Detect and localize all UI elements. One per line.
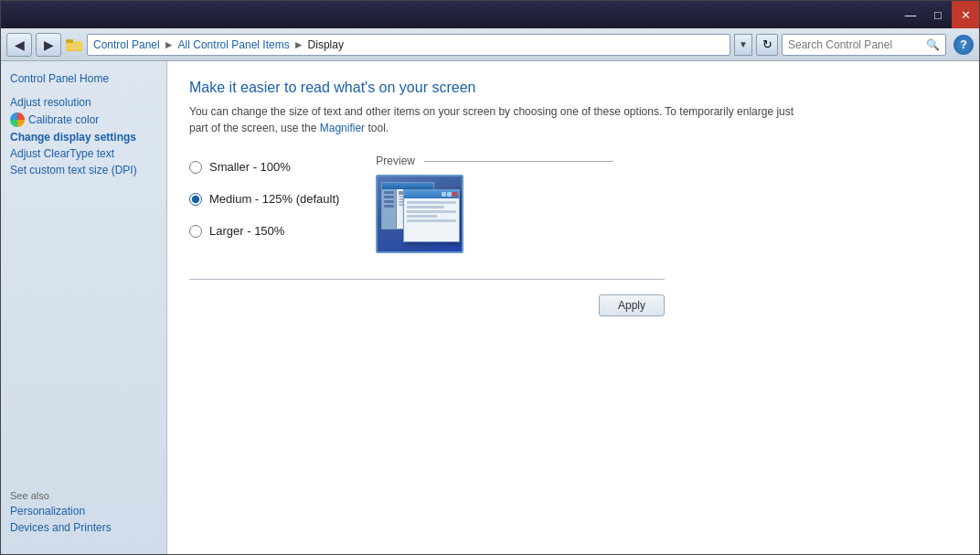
option-smaller[interactable]: Smaller - 100% — [189, 160, 339, 174]
option-larger[interactable]: Larger - 150% — [189, 224, 339, 238]
apply-button[interactable]: Apply — [599, 294, 665, 316]
label-medium: Medium - 125% (default) — [209, 192, 339, 206]
sidebar-link-cleartype[interactable]: Adjust ClearType text — [10, 145, 157, 162]
title-bar: — □ ✕ — [1, 1, 979, 28]
preview-large-win — [403, 189, 460, 242]
options-row: Smaller - 100% Medium - 125% (default) L… — [189, 155, 957, 257]
preview-image — [376, 175, 467, 257]
apply-row: Apply — [189, 294, 665, 316]
page-description: You can change the size of text and othe… — [189, 103, 811, 136]
radio-medium[interactable] — [189, 193, 202, 206]
sidebar-section-see-also: Personalization Devices and Printers — [1, 503, 166, 545]
back-button[interactable]: ◀ — [6, 33, 32, 57]
sidebar-section-nav: Control Panel Home Adjust resolution Cal… — [1, 70, 166, 187]
breadcrumb-current: Display — [308, 38, 344, 51]
sidebar-link-personalization[interactable]: Personalization — [10, 503, 157, 519]
radio-smaller[interactable] — [189, 161, 202, 174]
address-bar: ◀ ▶ Control Panel ► All Control Panel It… — [1, 28, 979, 61]
see-also-label: See also — [1, 486, 166, 503]
close-button[interactable]: ✕ — [952, 1, 979, 28]
main-area: Control Panel Home Adjust resolution Cal… — [1, 61, 979, 554]
main-window: — □ ✕ ◀ ▶ Control Panel ► All Control Pa… — [0, 0, 980, 555]
search-box: 🔍 — [782, 34, 946, 56]
title-bar-buttons: — □ ✕ — [897, 1, 979, 28]
content-panel: Make it easier to read what's on your sc… — [167, 61, 979, 554]
search-input[interactable] — [788, 38, 926, 51]
search-icon[interactable]: 🔍 — [926, 38, 940, 51]
magnifier-link[interactable]: Magnifier — [320, 122, 365, 134]
radio-options: Smaller - 100% Medium - 125% (default) L… — [189, 155, 339, 238]
address-dropdown[interactable]: ▼ — [734, 34, 752, 56]
desc-text-2: tool. — [365, 122, 389, 134]
preview-section: Preview — [376, 155, 613, 257]
sidebar: Control Panel Home Adjust resolution Cal… — [1, 61, 167, 554]
preview-label: Preview — [376, 155, 415, 167]
forward-button[interactable]: ▶ — [36, 33, 61, 57]
desc-text-1: You can change the size of text and othe… — [189, 105, 794, 134]
minimize-button[interactable]: — — [897, 1, 924, 28]
breadcrumb-sep-1: ► — [164, 38, 175, 51]
calibrate-color-icon — [10, 112, 25, 127]
label-larger: Larger - 150% — [209, 224, 284, 238]
preview-divider-line — [424, 161, 613, 162]
preview-header: Preview — [376, 155, 613, 167]
preview-monitor-bg — [376, 175, 463, 253]
sidebar-link-calibrate-color[interactable]: Calibrate color — [10, 111, 157, 129]
option-medium[interactable]: Medium - 125% (default) — [189, 192, 339, 206]
breadcrumb-sep-2: ► — [293, 38, 304, 51]
sidebar-link-change-display[interactable]: Change display settings — [10, 129, 157, 145]
sidebar-link-custom-text[interactable]: Set custom text size (DPI) — [10, 162, 157, 178]
divider-line — [189, 279, 665, 280]
label-smaller: Smaller - 100% — [209, 160, 291, 174]
refresh-button[interactable]: ↻ — [756, 34, 778, 56]
help-button[interactable]: ? — [953, 35, 974, 55]
sidebar-home: Control Panel Home — [10, 70, 157, 87]
sidebar-link-adjust-resolution[interactable]: Adjust resolution — [10, 94, 157, 111]
maximize-button[interactable]: □ — [924, 1, 952, 28]
breadcrumb-all-items[interactable]: All Control Panel Items — [178, 38, 290, 51]
svg-rect-2 — [66, 39, 73, 43]
page-title: Make it easier to read what's on your sc… — [189, 80, 957, 96]
sidebar-link-devices-printers[interactable]: Devices and Printers — [10, 519, 157, 536]
breadcrumb-bar: Control Panel ► All Control Panel Items … — [87, 34, 730, 56]
radio-larger[interactable] — [189, 225, 202, 238]
folder-icon — [65, 37, 83, 52]
breadcrumb-control-panel[interactable]: Control Panel — [93, 38, 160, 51]
sidebar-home-link[interactable]: Control Panel Home — [10, 72, 109, 85]
